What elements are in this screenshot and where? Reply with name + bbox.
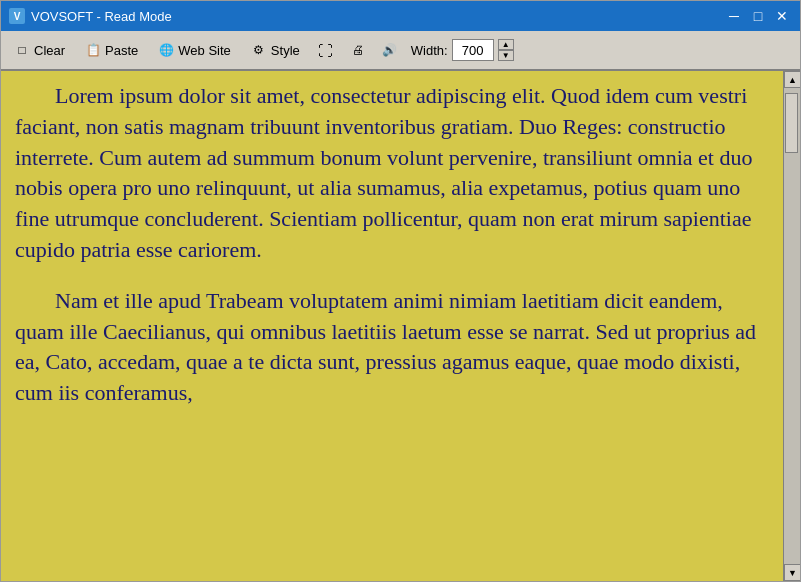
content-area: Lorem ipsum dolor sit amet, consectetur … [1, 71, 800, 581]
website-icon: 🌐 [158, 42, 174, 58]
text-content[interactable]: Lorem ipsum dolor sit amet, consectetur … [1, 71, 783, 581]
print-button[interactable]: 🖨 [343, 35, 373, 65]
maximize-button[interactable]: □ [748, 6, 768, 26]
clear-button[interactable]: □ Clear [5, 35, 74, 65]
style-button[interactable]: ⚙ Style [242, 35, 309, 65]
paste-icon: 📋 [85, 42, 101, 58]
scroll-down-button[interactable]: ▼ [784, 564, 800, 581]
width-spinner: ▲ ▼ [498, 39, 514, 61]
main-window: V VOVSOFT - Read Mode ─ □ ✕ □ Clear 📋 Pa… [0, 0, 801, 582]
paragraph-1: Lorem ipsum dolor sit amet, consectetur … [15, 81, 769, 266]
toolbar: □ Clear 📋 Paste 🌐 Web Site ⚙ Style ⛶ 🖨 🔊… [1, 31, 800, 71]
website-button[interactable]: 🌐 Web Site [149, 35, 240, 65]
width-control: Width: ▲ ▼ [411, 39, 514, 61]
print-icon: 🖨 [350, 42, 366, 58]
audio-button[interactable]: 🔊 [375, 35, 405, 65]
paste-button[interactable]: 📋 Paste [76, 35, 147, 65]
spin-up-button[interactable]: ▲ [498, 39, 514, 50]
fullscreen-button[interactable]: ⛶ [311, 35, 341, 65]
clear-icon: □ [14, 42, 30, 58]
app-icon: V [9, 8, 25, 24]
minimize-button[interactable]: ─ [724, 6, 744, 26]
close-button[interactable]: ✕ [772, 6, 792, 26]
title-bar-left: V VOVSOFT - Read Mode [9, 8, 172, 24]
scroll-track[interactable] [784, 88, 800, 564]
scroll-thumb[interactable] [785, 93, 798, 153]
style-icon: ⚙ [251, 42, 267, 58]
audio-icon: 🔊 [382, 42, 398, 58]
width-label: Width: [411, 43, 448, 58]
title-bar-controls: ─ □ ✕ [724, 6, 792, 26]
paragraph-2: Nam et ille apud Trabeam voluptatem anim… [15, 286, 769, 409]
width-input[interactable] [452, 39, 494, 61]
scrollbar[interactable]: ▲ ▼ [783, 71, 800, 581]
title-bar: V VOVSOFT - Read Mode ─ □ ✕ [1, 1, 800, 31]
fullscreen-icon: ⛶ [318, 42, 334, 58]
spin-down-button[interactable]: ▼ [498, 50, 514, 61]
window-title: VOVSOFT - Read Mode [31, 9, 172, 24]
scroll-up-button[interactable]: ▲ [784, 71, 800, 88]
